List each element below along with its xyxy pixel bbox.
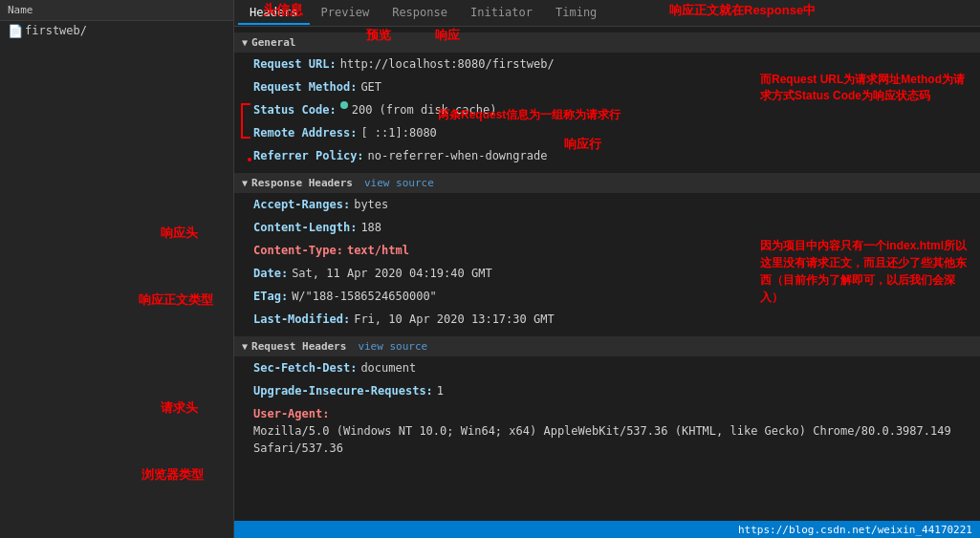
upgrade-insecure-value: 1 <box>437 382 444 399</box>
request-headers-view-source[interactable]: view source <box>358 340 427 353</box>
request-headers-section: ▼ Request Headers view source Sec-Fetch-… <box>234 336 980 460</box>
tab-initiator[interactable]: Initiator <box>459 2 544 25</box>
request-url-label: Request URL: <box>253 55 337 73</box>
request-headers-title: Request Headers <box>251 340 346 353</box>
remote-address-label: Remote Address: <box>253 124 357 141</box>
referrer-policy-value: no-referrer-when-downgrade <box>368 147 548 164</box>
tab-preview[interactable]: Preview <box>310 2 381 25</box>
tab-headers[interactable]: Headers <box>238 2 310 25</box>
status-dot <box>340 101 348 109</box>
headers-content: ▼ General Request URL: http://localhost:… <box>234 27 980 521</box>
field-sec-fetch-dest: Sec-Fetch-Dest: document <box>234 356 980 379</box>
sidebar-item-firstweb[interactable]: 📄 firstweb/ <box>0 21 233 40</box>
general-section: ▼ General Request URL: http://localhost:… <box>234 32 980 167</box>
content-type-label: Content-Type: <box>253 242 343 259</box>
content-length-value: 188 <box>360 219 381 236</box>
date-value: Sat, 11 Apr 2020 04:19:40 GMT <box>292 265 492 282</box>
content-type-value: text/html <box>347 242 409 259</box>
response-headers-arrow: ▼ <box>242 178 248 188</box>
last-modified-label: Last-Modified: <box>253 311 350 328</box>
general-title: General <box>251 36 295 49</box>
request-method-value: GET <box>360 78 381 96</box>
field-remote-address: Remote Address: [ ::1]:8080 <box>234 121 980 144</box>
field-referrer-policy: Referrer Policy: no-referrer-when-downgr… <box>234 144 980 167</box>
sec-fetch-dest-value: document <box>360 359 416 377</box>
field-last-modified: Last-Modified: Fri, 10 Apr 2020 13:17:30… <box>234 308 980 331</box>
tab-timing[interactable]: Timing <box>544 2 608 25</box>
general-section-header[interactable]: ▼ General <box>234 32 980 53</box>
accept-ranges-label: Accept-Ranges: <box>253 196 350 213</box>
response-headers-section: ▼ Response Headers view source Accept-Ra… <box>234 173 980 331</box>
field-upgrade-insecure: Upgrade-Insecure-Requests: 1 <box>234 379 980 402</box>
tab-bar: Headers Preview Response Initiator Timin… <box>234 0 980 27</box>
tab-response[interactable]: Response <box>381 2 459 25</box>
field-accept-ranges: Accept-Ranges: bytes <box>234 193 980 216</box>
field-content-length: Content-Length: 188 <box>234 216 980 239</box>
request-headers-arrow: ▼ <box>242 341 248 352</box>
field-content-type: Content-Type: text/html <box>234 239 980 262</box>
user-agent-label: User-Agent: <box>253 405 329 422</box>
referrer-policy-label: Referrer Policy: <box>253 147 364 164</box>
bottom-bar-url: https://blog.csdn.net/weixin_44170221 <box>738 524 972 536</box>
field-status-code: Status Code: 200 (from disk cache) <box>234 98 980 121</box>
request-url-value: http://localhost:8080/firstweb/ <box>340 55 555 73</box>
date-label: Date: <box>253 265 288 282</box>
response-headers-header[interactable]: ▼ Response Headers view source <box>234 173 980 193</box>
request-method-label: Request Method: <box>253 78 357 96</box>
status-code-value: 200 (from disk cache) <box>352 101 497 118</box>
upgrade-insecure-label: Upgrade-Insecure-Requests: <box>253 382 433 399</box>
field-date: Date: Sat, 11 Apr 2020 04:19:40 GMT <box>234 262 980 285</box>
response-headers-title: Response Headers <box>251 177 353 189</box>
field-request-url: Request URL: http://localhost:8080/first… <box>234 53 980 75</box>
general-arrow: ▼ <box>242 37 248 48</box>
status-code-label: Status Code: <box>253 101 337 118</box>
etag-label: ETag: <box>253 288 288 305</box>
response-headers-view-source[interactable]: view source <box>364 177 434 189</box>
field-request-method: Request Method: GET <box>234 75 980 98</box>
remote-address-value: [ ::1]:8080 <box>360 124 436 141</box>
user-agent-value: Mozilla/5.0 (Windows NT 10.0; Win64; x64… <box>253 422 965 457</box>
last-modified-value: Fri, 10 Apr 2020 13:17:30 GMT <box>354 311 555 328</box>
sidebar-header: Name <box>0 0 233 21</box>
sidebar-item-label: firstweb/ <box>25 24 87 37</box>
field-etag: ETag: W/"188-1586524650000" <box>234 285 980 308</box>
field-user-agent: User-Agent: Mozilla/5.0 (Windows NT 10.0… <box>234 402 980 460</box>
bottom-bar: https://blog.csdn.net/weixin_44170221 <box>234 521 980 538</box>
sec-fetch-dest-label: Sec-Fetch-Dest: <box>253 359 357 377</box>
folder-icon: 📄 <box>8 24 21 37</box>
main-panel: Headers Preview Response Initiator Timin… <box>234 0 980 538</box>
content-length-label: Content-Length: <box>253 219 357 236</box>
etag-value: W/"188-1586524650000" <box>292 288 437 305</box>
accept-ranges-value: bytes <box>354 196 388 213</box>
request-headers-header[interactable]: ▼ Request Headers view source <box>234 336 980 356</box>
sidebar: Name 📄 firstweb/ <box>0 0 234 538</box>
